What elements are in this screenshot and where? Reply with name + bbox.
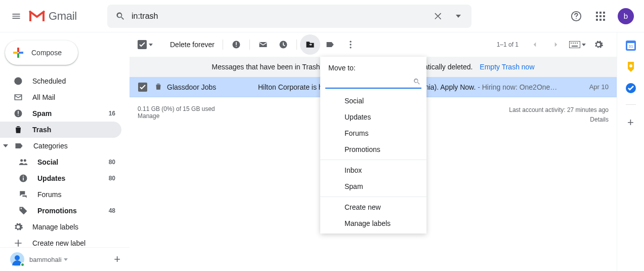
row-sender: Glassdoor Jobs: [167, 83, 258, 91]
content: Delete forever: [130, 32, 617, 271]
trash-icon: [13, 125, 23, 135]
nav-count: 16: [109, 110, 115, 117]
svg-point-33: [350, 47, 351, 48]
svg-rect-35: [571, 43, 572, 44]
move-to-button[interactable]: [300, 34, 320, 55]
clear-search-button[interactable]: [428, 11, 448, 21]
svg-rect-9: [599, 19, 602, 21]
svg-rect-28: [236, 42, 237, 45]
support-button[interactable]: [566, 6, 586, 26]
svg-rect-6: [599, 15, 602, 17]
caret-down-icon[interactable]: [149, 44, 153, 46]
sidebar-item-scheduled[interactable]: Scheduled: [0, 73, 121, 89]
svg-rect-14: [19, 52, 23, 54]
delete-forever-button[interactable]: Delete forever: [165, 41, 220, 49]
close-icon: [433, 11, 443, 21]
categories-collapse[interactable]: [3, 144, 12, 147]
svg-rect-12: [17, 53, 19, 58]
tasks-app-button[interactable]: [626, 83, 636, 93]
search-button[interactable]: [110, 11, 131, 21]
labels-button[interactable]: [320, 34, 340, 55]
svg-rect-34: [569, 41, 580, 48]
report-spam-button[interactable]: [226, 34, 246, 55]
popover-item-promotions[interactable]: Promotions: [320, 141, 426, 158]
caret-down-icon[interactable]: [64, 258, 68, 261]
nav-label: Updates: [37, 174, 65, 182]
main-menu-button[interactable]: [4, 4, 28, 28]
svg-rect-13: [13, 52, 18, 54]
popover-item-social[interactable]: Social: [320, 93, 426, 109]
body: Compose Scheduled All Mail Spam 16 Trash…: [0, 32, 644, 271]
sidebar-item-manage-labels[interactable]: Manage labels: [0, 219, 121, 235]
popover-separator: [320, 160, 426, 160]
side-panel: 31 +: [617, 32, 644, 271]
envelope-icon: [258, 40, 268, 50]
input-tools-button[interactable]: [567, 34, 587, 55]
manage-storage-link[interactable]: Manage: [138, 112, 215, 120]
sidebar-item-forums[interactable]: Forums: [0, 186, 121, 203]
search-icon: [115, 11, 125, 21]
gmail-logo[interactable]: Gmail: [28, 10, 77, 23]
apps-button[interactable]: [590, 6, 611, 26]
caret-down-icon: [582, 44, 586, 46]
settings-button[interactable]: [588, 34, 609, 55]
calendar-app-button[interactable]: 31: [626, 41, 636, 51]
svg-rect-2: [596, 12, 598, 14]
select-all-checkbox[interactable]: [138, 40, 153, 49]
popover-item-updates[interactable]: Updates: [320, 109, 426, 125]
mark-read-button[interactable]: [253, 34, 273, 55]
plus-multicolor-icon: [12, 47, 24, 59]
svg-point-19: [24, 159, 26, 162]
tag-icon: [18, 206, 28, 216]
compose-button[interactable]: Compose: [5, 41, 78, 65]
popover-item-manage[interactable]: Manage labels: [320, 215, 426, 231]
sidebar-item-all-mail[interactable]: All Mail: [0, 89, 121, 105]
svg-rect-38: [577, 43, 578, 44]
details-link[interactable]: Details: [509, 115, 609, 125]
sidebar-item-spam[interactable]: Spam 16: [0, 105, 121, 122]
keep-icon: [626, 62, 636, 72]
more-button[interactable]: [340, 34, 361, 55]
info-icon: [18, 173, 28, 183]
svg-point-23: [21, 208, 22, 210]
snooze-button[interactable]: [273, 34, 293, 55]
chevron-right-icon: [551, 40, 561, 49]
svg-rect-16: [18, 111, 19, 114]
empty-trash-link[interactable]: Empty Trash now: [480, 63, 534, 71]
activity-info: Last account activity: 27 minutes ago De…: [509, 105, 609, 125]
row-checkbox[interactable]: [138, 82, 148, 92]
nav-label: Spam: [32, 109, 52, 118]
popover-search-input[interactable]: [325, 77, 412, 86]
help-icon: [571, 11, 582, 22]
svg-rect-36: [573, 43, 574, 44]
popover-item-spam[interactable]: Spam: [320, 178, 426, 195]
search-options-button[interactable]: [448, 15, 468, 18]
next-page-button[interactable]: [546, 34, 566, 55]
forums-icon: [18, 189, 28, 200]
popover-item-inbox[interactable]: Inbox: [320, 162, 426, 178]
row-date: Apr 10: [589, 83, 609, 91]
search-input[interactable]: [131, 11, 428, 21]
caret-down-icon: [456, 15, 461, 18]
nav-label: Forums: [37, 190, 61, 199]
account-avatar[interactable]: b: [618, 8, 634, 24]
spam-icon: [13, 108, 23, 119]
sidebar-item-promotions[interactable]: Promotions 48: [0, 203, 121, 219]
sidebar-item-social[interactable]: Social 80: [0, 154, 121, 170]
keep-app-button[interactable]: [626, 62, 636, 72]
row-snippet: - Hiring now: One2One…: [476, 83, 557, 91]
popover-item-create[interactable]: Create new: [320, 199, 426, 215]
header: Gmail b: [0, 0, 644, 32]
popover-item-forums[interactable]: Forums: [320, 125, 426, 141]
hangouts-new-button[interactable]: +: [109, 251, 125, 268]
sidebar-item-categories[interactable]: Categories: [12, 138, 121, 154]
hangouts-avatar[interactable]: [10, 252, 24, 266]
nav-label: Promotions: [37, 207, 77, 215]
svg-rect-4: [603, 12, 605, 14]
scheduled-icon: [13, 76, 23, 86]
sidebar-item-updates[interactable]: Updates 80: [0, 170, 121, 186]
get-addons-button[interactable]: +: [627, 116, 634, 129]
nav-label: Create new label: [32, 239, 85, 247]
sidebar-item-trash[interactable]: Trash: [0, 122, 121, 138]
prev-page-button[interactable]: [525, 34, 545, 55]
